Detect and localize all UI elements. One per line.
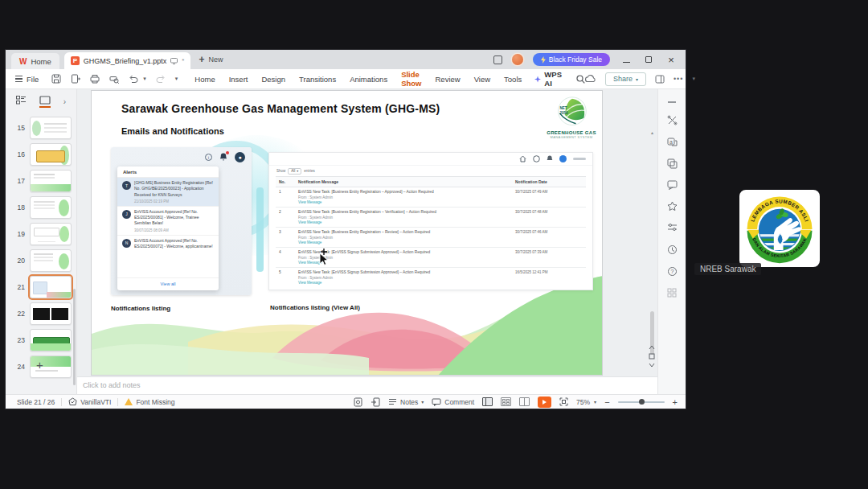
next-slide-button[interactable] — [649, 363, 655, 368]
font-missing-label[interactable]: Font Missing — [136, 398, 174, 406]
slide-note-icon[interactable] — [354, 397, 362, 407]
caption-notifications-listing: Notifications listing — [111, 305, 170, 312]
slide-thumbnail-art — [30, 302, 72, 325]
collapse-ribbon-icon[interactable]: ▾ — [692, 76, 695, 82]
device-sync-icon — [170, 58, 178, 64]
slide-thumb-19[interactable]: 19 — [6, 222, 76, 246]
slide-thumb-23[interactable]: 23 — [6, 328, 76, 352]
menu-insert[interactable]: Insert — [228, 71, 249, 88]
slide-thumb-17[interactable]: 17 — [6, 169, 76, 193]
alerts-screenshot[interactable]: i ● Alerts T [GHG-MS] Business Entity Re — [111, 147, 252, 295]
zoom-out-button[interactable]: − — [604, 397, 609, 407]
slide-thumb-16[interactable]: 16 — [6, 142, 76, 166]
favorites-icon[interactable] — [667, 201, 678, 212]
slide-thumb-18[interactable]: 18 — [6, 195, 76, 220]
canvas-scrollbar[interactable]: ▲ — [650, 129, 654, 416]
zoom-slider-knob[interactable] — [639, 399, 645, 405]
notifications-table-screenshot[interactable]: Show All▾ entries No. Notification Messa… — [268, 152, 593, 290]
undo-dropdown-icon[interactable]: ▾ — [143, 76, 146, 82]
slide-sorter-button[interactable] — [501, 397, 511, 406]
bell-icon — [547, 155, 553, 162]
promo-button[interactable]: Black Friday Sale — [533, 53, 610, 66]
slide-canvas[interactable]: Sarawak Greenhouse Gas Management System… — [91, 90, 603, 376]
unsaved-indicator-icon: * — [182, 57, 184, 64]
translate-icon[interactable]: a — [667, 137, 678, 147]
hide-panel-icon[interactable] — [667, 101, 677, 104]
notes-area[interactable]: Click to add notes — [77, 376, 657, 394]
add-slide-button[interactable]: + — [36, 358, 43, 372]
slide-thumb-15[interactable]: 15 — [6, 116, 76, 140]
zoom-in-button[interactable]: + — [673, 397, 678, 407]
menu-transitions[interactable]: Transitions — [298, 71, 337, 88]
reading-view-button[interactable] — [519, 397, 530, 406]
slide-thumb-22[interactable]: 22 — [6, 302, 76, 326]
participant-video-tile[interactable]: LEMBAGA SUMBER ASLI DAN ALAM SEKITAR SAR… — [691, 129, 864, 302]
zoom-slider[interactable] — [618, 401, 665, 403]
comment-button[interactable]: Comment — [432, 398, 474, 406]
cloud-sync-icon[interactable] — [585, 75, 596, 83]
device-switch-icon[interactable] — [493, 55, 502, 64]
print-preview-icon[interactable] — [109, 74, 119, 84]
file-menu[interactable]: File — [27, 75, 39, 84]
toolbar-more-icon[interactable]: ▾ — [175, 76, 178, 82]
comment-panel-icon[interactable] — [667, 180, 678, 190]
svg-text:a: a — [669, 139, 673, 145]
settings-sliders-icon[interactable] — [667, 223, 678, 233]
slide-thumb-20[interactable]: 20 — [6, 249, 76, 273]
thumbnail-view-icon[interactable] — [39, 96, 51, 108]
participant-name-label: NREB Sarawak — [694, 263, 761, 275]
lightning-icon — [541, 56, 546, 64]
tab-home[interactable]: W Home — [11, 53, 59, 69]
menu-tools[interactable]: Tools — [503, 71, 522, 88]
restore-button[interactable] — [642, 55, 655, 64]
new-tab-button[interactable]: + New — [199, 54, 223, 65]
fullscreen-icon[interactable] — [559, 397, 568, 406]
print-icon[interactable] — [90, 74, 100, 84]
save-icon[interactable] — [51, 74, 61, 84]
collapse-panel-icon[interactable]: › — [63, 97, 66, 106]
scroll-up-icon[interactable]: ▲ — [650, 130, 654, 135]
export-icon[interactable] — [71, 74, 80, 84]
theme-name[interactable]: VanillaVTI — [80, 398, 111, 406]
theme-icon — [68, 397, 77, 406]
col-no: No. — [276, 177, 295, 187]
account-avatar[interactable] — [512, 54, 523, 65]
redo-icon[interactable] — [156, 75, 166, 84]
zoom-level[interactable]: 75% — [576, 398, 590, 406]
menu-slide-show[interactable]: Slide Show — [400, 66, 422, 92]
menu-hamburger-icon[interactable] — [15, 76, 23, 82]
history-icon[interactable] — [667, 244, 678, 255]
jump-to-icon[interactable] — [371, 397, 380, 407]
help-icon[interactable]: ? — [667, 266, 678, 277]
close-button[interactable]: × — [665, 54, 678, 66]
share-button[interactable]: Share ▾ — [605, 72, 646, 86]
outline-view-icon[interactable] — [16, 96, 27, 108]
tools-icon[interactable] — [667, 115, 678, 125]
previous-slide-button[interactable] — [649, 345, 655, 350]
alert-text: EnVISS Account Approved [Ref No. ES/2025… — [134, 238, 214, 250]
zoom-caret-icon[interactable]: ▾ — [594, 399, 596, 405]
search-icon[interactable] — [576, 75, 585, 84]
normal-view-button[interactable] — [482, 397, 493, 406]
notes-toggle[interactable]: Notes ▾ — [388, 398, 424, 406]
slide-thumb-21-selected[interactable]: 21 — [6, 275, 76, 299]
notes-caret-icon: ▾ — [421, 399, 424, 405]
leaf-globe-icon: NET 2050 — [554, 96, 589, 129]
menu-review[interactable]: Review — [434, 71, 461, 88]
sidebar-toggle-icon[interactable] — [655, 75, 665, 84]
slide-thumbnail-panel: › 15 16 17 18 19 20 21 22 23 24 + — [6, 89, 77, 394]
slideshow-play-button[interactable] — [538, 397, 551, 408]
shapes-icon[interactable] — [667, 158, 678, 169]
menu-animations[interactable]: Animations — [349, 71, 388, 88]
minimize-button[interactable] — [620, 55, 633, 64]
thumbnail-panel-scrollbar[interactable] — [73, 289, 76, 385]
menu-view[interactable]: View — [473, 71, 491, 88]
apps-grid-icon[interactable] — [667, 288, 677, 298]
wps-ai-menu[interactable]: WPS AI — [534, 70, 564, 88]
undo-icon[interactable] — [129, 75, 138, 84]
menu-design[interactable]: Design — [260, 71, 286, 88]
more-options-icon[interactable]: ••• — [674, 75, 683, 83]
menu-home[interactable]: Home — [194, 71, 215, 88]
table-row: 2 EnVISS New Task: [Business Entity Regi… — [276, 208, 586, 228]
tab-document[interactable]: P GHGMS_Briefing_v1.pptx * — [64, 52, 191, 69]
